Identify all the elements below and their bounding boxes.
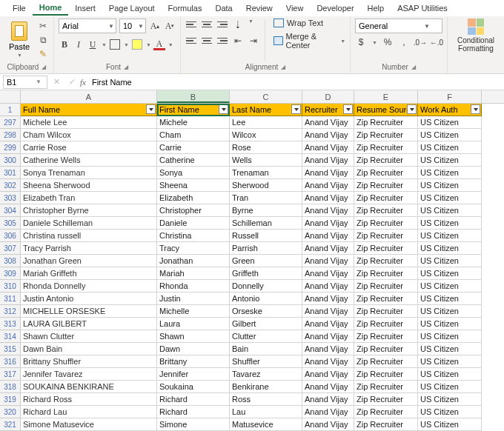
table-header-cell[interactable]: Work Auth [418, 104, 482, 116]
cell[interactable]: Anand Vijay [302, 418, 354, 431]
cell[interactable]: Anand Vijay [302, 343, 354, 355]
cell[interactable]: Michele [157, 116, 230, 129]
cell[interactable]: Zip Recruiter [354, 305, 418, 318]
cell[interactable]: Anand Vijay [302, 167, 354, 179]
row-header[interactable]: 311 [0, 293, 21, 305]
filter-dropdown-icon[interactable] [407, 104, 417, 114]
col-header[interactable]: A [21, 90, 157, 103]
cell[interactable]: Brittany [157, 355, 230, 368]
cell[interactable]: Zip Recruiter [354, 154, 418, 167]
cell[interactable]: Donnelly [230, 280, 302, 293]
decrease-indent-button[interactable]: ⇤ [232, 35, 244, 47]
cell[interactable]: Zip Recruiter [354, 393, 418, 406]
cell[interactable]: Anand Vijay [302, 267, 354, 280]
cell[interactable]: Wilcox [230, 129, 302, 141]
col-header[interactable]: E [354, 90, 418, 103]
enter-icon[interactable]: ✓ [64, 77, 80, 87]
cell[interactable]: Anand Vijay [302, 141, 354, 154]
cell[interactable]: Ross [230, 393, 302, 406]
cell[interactable]: Anand Vijay [302, 393, 354, 406]
increase-decimal-button[interactable]: .0→ [414, 36, 426, 48]
name-box[interactable]: ▼ [3, 76, 47, 89]
align-center-button[interactable] [201, 35, 213, 47]
cell[interactable]: Anand Vijay [302, 230, 354, 242]
decrease-font-button[interactable]: A▾ [164, 20, 176, 32]
fill-color-button[interactable] [131, 39, 143, 50]
ribbon-tab-review[interactable]: Review [239, 1, 279, 15]
ribbon-tab-view[interactable]: View [279, 1, 311, 15]
cell[interactable]: Wells [230, 154, 302, 167]
cell[interactable]: Zip Recruiter [354, 330, 418, 343]
cell[interactable]: Zip Recruiter [354, 267, 418, 280]
cell[interactable]: MICHELLE ORSESKE [21, 305, 157, 318]
ribbon-tab-home[interactable]: Home [33, 1, 69, 16]
cell[interactable]: Anand Vijay [302, 355, 354, 368]
decrease-decimal-button[interactable]: ←.0 [431, 36, 442, 48]
cell[interactable]: US Citizen [418, 116, 482, 129]
cell[interactable]: US Citizen [418, 192, 482, 204]
row-header[interactable]: 302 [0, 179, 21, 192]
paste-button[interactable]: Paste ▼ [4, 19, 34, 60]
cell[interactable]: US Citizen [418, 305, 482, 318]
cell[interactable]: Matusevice [230, 418, 302, 431]
cell[interactable]: Zip Recruiter [354, 230, 418, 242]
cell[interactable]: Lau [230, 406, 302, 418]
cell[interactable]: Zip Recruiter [354, 167, 418, 179]
cell[interactable]: Elizabeth Tran [21, 192, 157, 204]
cut-button[interactable]: ✂ [37, 20, 49, 32]
cell[interactable]: Anand Vijay [302, 129, 354, 141]
row-header[interactable]: 303 [0, 192, 21, 204]
cell[interactable]: Antonio [230, 293, 302, 305]
cell[interactable]: Christina russell [21, 230, 157, 242]
cell[interactable]: Cham Wilcox [21, 129, 157, 141]
cell[interactable]: Tracy Parrish [21, 242, 157, 255]
cell[interactable]: Brittany Shuffler [21, 355, 157, 368]
cell[interactable]: LAURA GILBERT [21, 318, 157, 330]
cell[interactable]: Zip Recruiter [354, 293, 418, 305]
table-header-cell[interactable]: Recruiter [302, 104, 354, 116]
cell[interactable]: US Citizen [418, 204, 482, 217]
row-header[interactable]: 320 [0, 406, 21, 418]
cell[interactable]: Clutter [230, 330, 302, 343]
row-header[interactable]: 309 [0, 267, 21, 280]
cell[interactable]: Trenaman [230, 167, 302, 179]
col-header[interactable]: D [302, 90, 354, 103]
merge-center-button[interactable]: Merge & Center▼ [273, 32, 345, 50]
filter-dropdown-icon[interactable] [146, 104, 156, 114]
copy-button[interactable]: ⧉ [37, 34, 49, 46]
cell[interactable]: Anand Vijay [302, 381, 354, 393]
cell[interactable]: Schilleman [230, 217, 302, 230]
cell[interactable]: Daniele Schilleman [21, 217, 157, 230]
row-header[interactable]: 313 [0, 318, 21, 330]
cell[interactable]: Anand Vijay [302, 242, 354, 255]
cell[interactable]: Byrne [230, 204, 302, 217]
cell[interactable]: Zip Recruiter [354, 179, 418, 192]
row-header[interactable]: 299 [0, 141, 21, 154]
cell[interactable]: Catherine [157, 154, 230, 167]
cell[interactable]: Carrie [157, 141, 230, 154]
cell[interactable]: Anand Vijay [302, 192, 354, 204]
cell[interactable]: Sheena Sherwood [21, 179, 157, 192]
formula-input[interactable] [90, 78, 504, 87]
cell[interactable]: Zip Recruiter [354, 204, 418, 217]
name-box-input[interactable] [4, 78, 33, 87]
cell[interactable]: Tavarez [230, 368, 302, 381]
cell[interactable]: Rhonda [157, 280, 230, 293]
row-header[interactable]: 307 [0, 242, 21, 255]
cell[interactable]: Orseske [230, 305, 302, 318]
cell[interactable]: Griffeth [230, 267, 302, 280]
cell[interactable]: Sherwood [230, 179, 302, 192]
cell[interactable]: US Citizen [418, 355, 482, 368]
cell[interactable]: Zip Recruiter [354, 255, 418, 267]
cell[interactable]: Richard Ross [21, 393, 157, 406]
cell[interactable]: US Citizen [418, 280, 482, 293]
cancel-icon[interactable]: ✕ [49, 77, 64, 87]
cell[interactable]: Lee [230, 116, 302, 129]
cell[interactable]: Anand Vijay [302, 154, 354, 167]
wrap-text-button[interactable]: Wrap Text [273, 19, 345, 27]
cell[interactable]: Sonya [157, 167, 230, 179]
table-header-cell[interactable]: Resume Source [354, 104, 418, 116]
cell[interactable]: Anand Vijay [302, 280, 354, 293]
cell[interactable]: US Citizen [418, 141, 482, 154]
dialog-launcher-icon[interactable]: ◢ [411, 64, 416, 70]
